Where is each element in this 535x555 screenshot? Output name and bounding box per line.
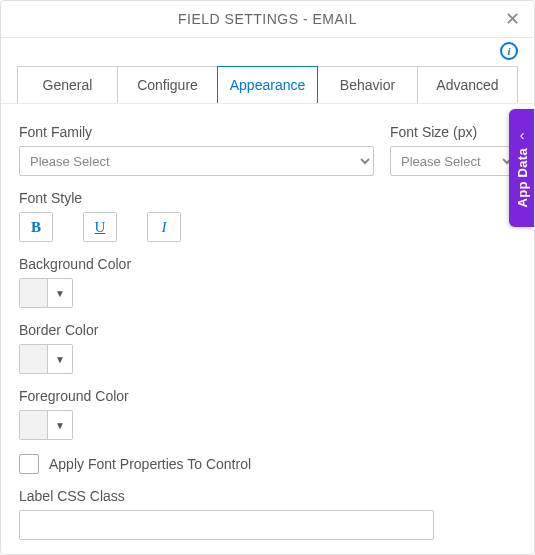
dialog-header: FIELD SETTINGS - EMAIL ✕	[1, 1, 534, 38]
tab-general[interactable]: General	[17, 66, 118, 103]
foreground-color-field: Foreground Color ▼	[19, 388, 516, 440]
font-style-buttons: B U I	[19, 212, 516, 242]
font-style-label: Font Style	[19, 190, 516, 206]
background-color-toggle[interactable]: ▼	[47, 279, 72, 307]
border-color-toggle[interactable]: ▼	[47, 345, 72, 373]
field-settings-dialog: FIELD SETTINGS - EMAIL ✕ i General Confi…	[0, 0, 535, 555]
app-data-label: App Data	[515, 148, 530, 207]
italic-button[interactable]: I	[147, 212, 181, 242]
tabs: General Configure Appearance Behavior Ad…	[1, 60, 534, 104]
background-color-label: Background Color	[19, 256, 516, 272]
font-size-label: Font Size (px)	[390, 124, 516, 140]
font-family-select[interactable]: Please Select	[19, 146, 374, 176]
tab-appearance[interactable]: Appearance	[217, 66, 318, 103]
foreground-color-toggle[interactable]: ▼	[47, 411, 72, 439]
label-css-label: Label CSS Class	[19, 488, 516, 504]
apply-font-checkbox[interactable]	[19, 454, 39, 474]
tab-advanced[interactable]: Advanced	[417, 66, 518, 103]
app-data-side-tab[interactable]: ‹ App Data	[509, 109, 535, 227]
chevron-left-icon: ‹	[520, 128, 525, 142]
dialog-body[interactable]: Font Family Please Select Font Size (px)…	[1, 104, 534, 554]
dialog-title: FIELD SETTINGS - EMAIL	[178, 11, 357, 27]
border-color-field: Border Color ▼	[19, 322, 516, 374]
info-row: i	[1, 38, 534, 60]
background-color-field: Background Color ▼	[19, 256, 516, 308]
border-color-swatch	[20, 345, 47, 373]
foreground-color-swatch	[20, 411, 47, 439]
background-color-picker[interactable]: ▼	[19, 278, 73, 308]
font-style-field: Font Style B U I	[19, 190, 516, 242]
border-color-picker[interactable]: ▼	[19, 344, 73, 374]
label-css-field: Label CSS Class	[19, 488, 516, 540]
font-size-select[interactable]: Please Select	[390, 146, 516, 176]
font-family-label: Font Family	[19, 124, 374, 140]
tab-configure[interactable]: Configure	[117, 66, 218, 103]
border-color-label: Border Color	[19, 322, 516, 338]
background-color-swatch	[20, 279, 47, 307]
font-family-field: Font Family Please Select	[19, 124, 374, 176]
info-icon[interactable]: i	[500, 42, 518, 60]
foreground-color-picker[interactable]: ▼	[19, 410, 73, 440]
foreground-color-label: Foreground Color	[19, 388, 516, 404]
label-css-input[interactable]	[19, 510, 434, 540]
close-button[interactable]: ✕	[502, 9, 522, 29]
font-size-field: Font Size (px) Please Select	[390, 124, 516, 176]
underline-button[interactable]: U	[83, 212, 117, 242]
apply-font-row: Apply Font Properties To Control	[19, 454, 516, 474]
apply-font-label: Apply Font Properties To Control	[49, 456, 251, 472]
tab-behavior[interactable]: Behavior	[317, 66, 418, 103]
bold-button[interactable]: B	[19, 212, 53, 242]
